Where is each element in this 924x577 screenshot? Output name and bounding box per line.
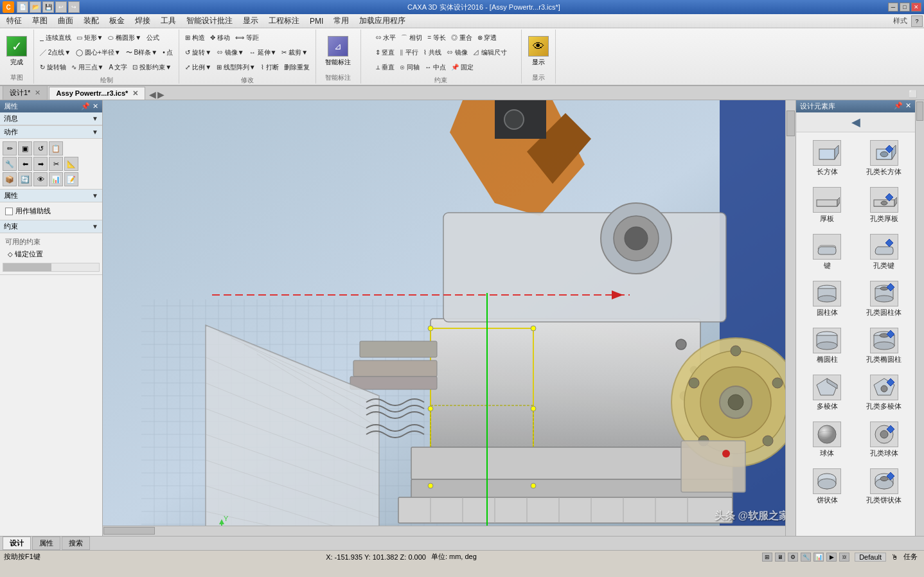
element-sphere[interactable]: 球体 <box>801 419 853 461</box>
btn-fixed[interactable]: 📌 固定 <box>449 62 475 73</box>
element-hole-cylinder[interactable]: 孔类圆柱体 <box>858 278 911 320</box>
element-hole-sphere[interactable]: 孔类球体 <box>858 419 911 461</box>
action-icon-tool[interactable]: 🔧 <box>3 157 17 171</box>
auxiliary-line-checkbox[interactable] <box>5 208 13 215</box>
btn-bspline[interactable]: 〜 B样条▼ <box>124 48 159 58</box>
action-icon-copy[interactable]: 📋 <box>49 141 63 155</box>
element-hole-key[interactable]: 孔类键 <box>858 231 911 273</box>
btn-scale[interactable]: ⤢ 比例▼ <box>183 62 213 73</box>
tab-close-assy[interactable]: ✕ <box>132 89 138 97</box>
action-icon-edit[interactable]: ✏ <box>3 141 17 155</box>
btn-project-constraint[interactable]: ⊡ 投影约束▼ <box>130 62 173 73</box>
btn-construct[interactable]: ⊞ 构造 <box>183 33 207 43</box>
bottom-tab-props[interactable]: 属性 <box>32 537 60 550</box>
btn-formula[interactable]: 公式 <box>145 33 161 43</box>
status-icon-3[interactable]: ⚙ <box>788 553 798 562</box>
btn-midpoint[interactable]: ↔ 中点 <box>423 62 448 73</box>
element-box[interactable]: 长方体 <box>801 138 853 179</box>
btn-linear-array[interactable]: ⊞ 线型阵列▼ <box>215 62 258 73</box>
save-icon[interactable]: 💾 <box>42 1 54 13</box>
element-key[interactable]: 键 <box>801 231 853 273</box>
btn-ellipse[interactable]: ⬭ 椭圆形▼ <box>106 33 143 43</box>
help-icon[interactable]: ? <box>911 15 923 27</box>
btn-text[interactable]: A 文字 <box>107 62 129 73</box>
action-icon-note[interactable]: 📝 <box>64 172 78 186</box>
section-constraint-header[interactable]: 约束 ▼ <box>0 220 102 233</box>
btn-equidist[interactable]: ⟺ 等距 <box>233 33 261 43</box>
menu-weld[interactable]: 焊接 <box>130 14 155 28</box>
menu-smartdesign[interactable]: 智能设计批注 <box>181 14 238 28</box>
new-icon[interactable]: 📄 <box>17 1 28 13</box>
action-icon-next[interactable]: ➡ <box>33 157 48 171</box>
btn-extend[interactable]: ↔ 延伸▼ <box>247 48 279 58</box>
btn-mirror[interactable]: ⇔ 镜像▼ <box>215 48 246 58</box>
menu-display[interactable]: 显示 <box>238 14 263 28</box>
btn-continuous-line[interactable]: ⎯ 连续直线 <box>38 33 73 43</box>
section-message-header[interactable]: 消息 ▼ <box>0 112 102 125</box>
section-action-header[interactable]: 动作 ▼ <box>0 126 102 139</box>
right-panel-scrollbar[interactable] <box>915 100 924 536</box>
tab-scroll-left[interactable]: ◀ <box>149 89 156 100</box>
right-panel-pin[interactable]: 📌 <box>894 102 903 111</box>
element-pie[interactable]: 饼状体 <box>801 466 853 508</box>
btn-rotate[interactable]: ↺ 旋转▼ <box>183 48 213 58</box>
btn-circle[interactable]: ◯ 圆心+半径▼ <box>74 48 123 58</box>
open-icon[interactable]: 📂 <box>30 1 41 13</box>
action-icon-prev[interactable]: ⬅ <box>18 157 32 171</box>
vertical-scrollbar[interactable] <box>785 100 795 536</box>
btn-3point[interactable]: ∿ 用三点▼ <box>69 62 106 73</box>
panel-close-icon[interactable]: ✕ <box>93 102 98 111</box>
btn-break[interactable]: ⌇ 打断 <box>259 62 281 73</box>
element-ellipse-cyl[interactable]: 椭圆柱 <box>801 325 853 367</box>
action-icon-box[interactable]: 📦 <box>3 172 17 186</box>
action-icon-measure[interactable]: 📐 <box>64 157 78 171</box>
element-prism[interactable]: 多棱体 <box>801 372 853 414</box>
menu-sketch[interactable]: 草图 <box>27 14 53 28</box>
action-icon-view[interactable]: 👁 <box>33 172 48 186</box>
constraint-anchor[interactable]: ◇ 锚定位置 <box>3 248 100 260</box>
btn-edit-dim[interactable]: ⊿ 编辑尺寸 <box>471 48 509 58</box>
btn-rectangle[interactable]: ▭ 矩形▼ <box>75 33 105 43</box>
status-icon-2[interactable]: 🖥 <box>775 553 785 562</box>
btn-horizontal[interactable]: ⇔ 水平 <box>373 33 398 43</box>
menu-assembly[interactable]: 装配 <box>78 14 104 28</box>
menu-tools[interactable]: 工具 <box>155 14 181 28</box>
btn-perpendicular[interactable]: ⊥ 垂直 <box>373 62 397 73</box>
menu-drawing[interactable]: 工程标注 <box>263 14 305 28</box>
element-hole-ellipse[interactable]: 孔类椭圆柱 <box>858 325 911 367</box>
section-props-header[interactable]: 属性 ▼ <box>0 190 102 202</box>
status-icon-5[interactable]: 📊 <box>813 553 824 562</box>
btn-2point-line[interactable]: ╱ 2点线▼ <box>38 48 73 58</box>
finish-button[interactable]: ✓ 完成 <box>4 35 30 68</box>
menu-common[interactable]: 常用 <box>328 14 354 28</box>
menu-feature[interactable]: 特征 <box>1 14 27 28</box>
tab-design1[interactable]: 设计1* ✕ <box>3 85 48 100</box>
tab-assy[interactable]: Assy Powertr...r3.ics* ✕ <box>49 87 145 100</box>
action-icon-select[interactable]: ▣ <box>18 141 32 155</box>
element-hole-box[interactable]: 孔类长方体 <box>858 138 911 179</box>
btn-coaxial[interactable]: ⊙ 同轴 <box>398 62 422 73</box>
right-panel-close[interactable]: ✕ <box>905 102 911 111</box>
tab-restore[interactable]: ⬜ <box>905 89 921 100</box>
redo-icon[interactable]: ↪ <box>68 1 80 13</box>
btn-parallel[interactable]: ∥ 平行 <box>398 48 420 58</box>
horizontal-scrollbar[interactable] <box>103 526 785 536</box>
panel-pin-icon[interactable]: 📌 <box>81 102 90 111</box>
smart-dim-button[interactable]: ⊿ 智能标注 <box>323 35 353 68</box>
constraint-scrollbar[interactable] <box>3 263 100 272</box>
element-hole-plate[interactable]: 孔类厚板 <box>858 184 911 226</box>
element-back-button[interactable]: ◀ <box>796 112 915 132</box>
btn-collinear[interactable]: ⌇ 共线 <box>422 48 443 58</box>
maximize-button[interactable]: □ <box>900 3 910 12</box>
action-icon-undo[interactable]: ↺ <box>33 141 48 155</box>
btn-delete-dup[interactable]: 删除重复 <box>282 62 312 73</box>
action-icon-scissors[interactable]: ✂ <box>49 157 63 171</box>
bottom-tab-design[interactable]: 设计 <box>3 537 31 550</box>
menu-apps[interactable]: 加载应用程序 <box>354 14 411 28</box>
btn-crop[interactable]: ✂ 裁剪▼ <box>280 48 310 58</box>
viewport[interactable]: X Y Z 头条 @软服之家 <box>103 100 795 536</box>
tab-scroll-right[interactable]: ▶ <box>157 89 164 100</box>
close-button[interactable]: ✕ <box>911 3 921 12</box>
element-hole-pie[interactable]: 孔类饼状体 <box>858 466 911 508</box>
status-icon-6[interactable]: ▶ <box>826 553 837 562</box>
